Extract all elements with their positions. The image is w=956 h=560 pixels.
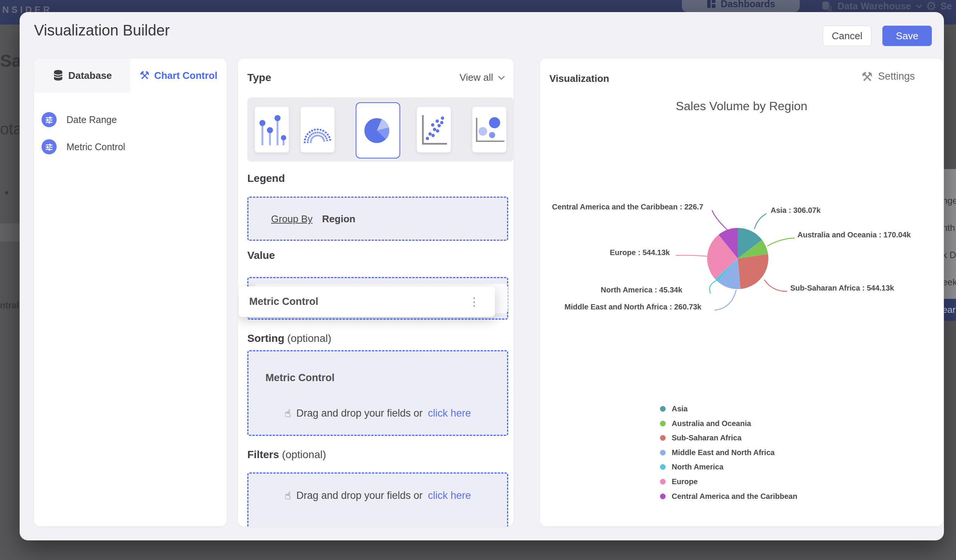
- legend-swatch: [660, 450, 666, 455]
- legend-item[interactable]: Sub-Saharan Africa: [660, 434, 742, 442]
- click-here-link[interactable]: click here: [428, 490, 471, 502]
- pie-label: Asia : 306.07k: [770, 206, 821, 215]
- chart-type-lollipop[interactable]: [255, 107, 289, 152]
- visualization-panel-title: Visualization: [549, 73, 609, 85]
- group-by-value[interactable]: Region: [322, 213, 355, 224]
- tools-icon: ⚒: [861, 71, 873, 82]
- chevron-down-icon: [498, 75, 505, 80]
- view-all-dropdown[interactable]: View all: [459, 72, 505, 83]
- screen: NSIDER Dashboards Data Warehouse ⚙: [0, 0, 956, 560]
- background-menu-item: eek: [942, 277, 956, 287]
- fields-panel-tabs: Database ⚒ Chart Control: [34, 58, 226, 93]
- legend-swatch: [660, 421, 666, 427]
- sorting-drop-zone[interactable]: Metric Control ☝ Drag and drop your fiel…: [247, 350, 508, 436]
- value-section-title: Value: [247, 249, 275, 262]
- filters-drop-zone[interactable]: ☝ Drag and drop your fields or click her…: [247, 472, 508, 526]
- background-menu-item: nth: [942, 223, 955, 233]
- settings-label: Settings: [878, 71, 915, 82]
- pie-label: Sub-Saharan Africa : 544.13k: [790, 284, 894, 292]
- sliders-icon: [41, 139, 57, 154]
- nav-item-label: Se: [940, 1, 952, 12]
- save-button[interactable]: Save: [882, 26, 932, 46]
- sidebar-item-date-range[interactable]: Date Range: [41, 112, 117, 127]
- sorting-metric-label: Metric Control: [266, 372, 335, 384]
- legend-item[interactable]: Australia and Oceania: [660, 419, 751, 428]
- visualization-builder-modal: Visualization Builder Cancel Save Databa…: [20, 12, 944, 540]
- filters-section-title: Filters (optional): [247, 449, 326, 461]
- view-all-label: View all: [459, 72, 493, 83]
- legend-drop-zone[interactable]: Group By Region: [247, 197, 508, 241]
- pie-leader-line: [676, 255, 707, 256]
- background-bullet: •: [5, 187, 9, 199]
- cancel-button[interactable]: Cancel: [823, 26, 871, 46]
- chart-type-arc-dots[interactable]: [300, 107, 335, 152]
- pie-chart: [706, 226, 770, 290]
- nav-item-settings[interactable]: ⚙ Se: [926, 0, 952, 12]
- legend-label: Central America and the Caribbean: [672, 492, 797, 501]
- legend-label: Sub-Saharan Africa: [672, 434, 742, 442]
- tab-label: Chart Control: [154, 70, 217, 82]
- nav-item-data-warehouse[interactable]: Data Warehouse: [822, 1, 922, 12]
- tools-icon: ⚒: [139, 70, 149, 81]
- nav-item-dashboards[interactable]: Dashboards: [682, 0, 800, 12]
- legend-label: Middle East and North Africa: [672, 448, 775, 457]
- bubble-chart-icon: [472, 107, 506, 152]
- background-menu-item: k D: [942, 250, 956, 260]
- legend-item[interactable]: Central America and the Caribbean: [660, 492, 797, 501]
- sorting-section-title: Sorting (optional): [247, 333, 332, 345]
- legend-item[interactable]: Asia: [660, 405, 687, 413]
- tab-chart-control[interactable]: ⚒ Chart Control: [130, 58, 226, 93]
- pie-label: North America : 45.34k: [601, 285, 682, 294]
- nav-item-label: Data Warehouse: [837, 1, 911, 12]
- pie-label: Middle East and North Africa : 260.73k: [564, 303, 701, 311]
- chart-type-scatter[interactable]: [417, 107, 451, 152]
- pie-label: Europe : 544.13k: [610, 248, 670, 257]
- metric-control-chip-dragging[interactable]: Metric Control ⋮: [239, 286, 495, 317]
- legend-swatch: [660, 464, 666, 470]
- drag-drop-text: Drag and drop your fields or: [296, 408, 423, 419]
- background-text-fragment: ota: [0, 120, 22, 138]
- gear-icon: ⚙: [926, 0, 937, 12]
- sliders-icon: [41, 112, 57, 127]
- legend-label: Asia: [672, 405, 687, 413]
- kebab-menu-icon[interactable]: ⋮: [469, 295, 480, 308]
- type-section-title: Type: [247, 72, 271, 84]
- pie-leader-line: [767, 238, 795, 246]
- group-by-key[interactable]: Group By: [271, 213, 313, 224]
- group-by-row: Group By Region: [271, 213, 355, 224]
- chart-type-pie[interactable]: [356, 102, 400, 158]
- chart-type-bubble[interactable]: [472, 107, 506, 152]
- legend-swatch: [660, 406, 666, 412]
- background-text-fragment: ntral: [0, 300, 19, 311]
- database-icon: [52, 69, 64, 82]
- optional-label: (optional): [287, 333, 332, 344]
- legend-label: North America: [672, 463, 723, 471]
- legend-section-title: Legend: [247, 173, 285, 185]
- builder-panel: Type View all Legend: [238, 58, 514, 526]
- chart-title: Sales Volume by Region: [540, 99, 943, 113]
- drag-drop-hint: ☝ Drag and drop your fields or click her…: [248, 489, 507, 502]
- sidebar-item-label: Metric Control: [66, 141, 125, 152]
- pie-chart-icon: [357, 103, 399, 158]
- dashboard-grid-icon: [706, 0, 716, 9]
- legend-label: Europe: [672, 477, 698, 486]
- tab-label: Database: [68, 70, 112, 82]
- legend-item[interactable]: North America: [660, 463, 723, 471]
- drag-drop-text: Drag and drop your fields or: [296, 490, 423, 502]
- chart-type-strip: [247, 97, 514, 162]
- click-here-link[interactable]: click here: [428, 408, 471, 419]
- fields-panel: Database ⚒ Chart Control: [34, 58, 226, 526]
- pie-slice-sub-saharan-africa[interactable]: [738, 254, 768, 289]
- chart-settings-button[interactable]: ⚒ Settings: [861, 71, 915, 82]
- sidebar-item-metric-control[interactable]: Metric Control: [41, 139, 125, 154]
- chip-label: Metric Control: [249, 296, 318, 307]
- tab-database[interactable]: Database: [34, 58, 130, 93]
- legend-swatch: [660, 494, 666, 499]
- background-band: [0, 223, 20, 242]
- legend-item[interactable]: Middle East and North Africa: [660, 448, 775, 457]
- legend-swatch: [660, 479, 666, 485]
- lollipop-chart-icon: [255, 107, 289, 152]
- drag-drop-hint: ☝ Drag and drop your fields or click her…: [248, 407, 507, 420]
- nav-item-label: Dashboards: [721, 0, 775, 9]
- legend-item[interactable]: Europe: [660, 477, 698, 486]
